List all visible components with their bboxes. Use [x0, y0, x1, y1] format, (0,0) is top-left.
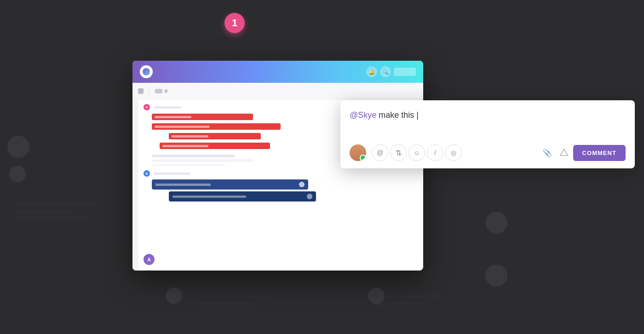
header-right: 🔔 🔍	[366, 66, 416, 77]
blue-task-row-2	[144, 191, 418, 202]
task-bar-red-2	[152, 123, 281, 130]
pink-indicator: P	[144, 104, 150, 110]
header-bar	[394, 68, 416, 76]
mention-tag: @Skye	[350, 110, 376, 120]
blue-bar-1	[152, 179, 308, 190]
priority-icon: ⇅	[396, 149, 402, 157]
comment-submit-button[interactable]: COMMENT	[573, 145, 626, 161]
blue-bar-2	[169, 191, 316, 202]
notification-number-badge: 1	[224, 13, 245, 33]
priority-button[interactable]: ⇅	[390, 144, 407, 161]
badge-number: 1	[232, 17, 237, 29]
task-bar-red-3	[169, 133, 261, 139]
target-icon: ◎	[451, 149, 456, 156]
logo-inner	[143, 68, 150, 75]
blue-indicator: B	[144, 170, 150, 177]
emoji-button[interactable]: ☺	[408, 144, 425, 161]
at-icon: @	[377, 149, 383, 156]
comment-text-area[interactable]: @Skye make this |	[350, 109, 626, 137]
target-button[interactable]: ◎	[445, 144, 462, 161]
task-bar-red-1	[152, 114, 253, 120]
svg-marker-0	[560, 149, 568, 155]
notification-icon: 🔔	[366, 66, 377, 77]
card-toolbar	[132, 83, 423, 99]
slash-button[interactable]: /	[427, 144, 443, 161]
drive-button[interactable]	[557, 145, 571, 160]
search-icon: 🔍	[380, 66, 391, 77]
blue-section-header: B	[144, 170, 418, 177]
app-logo	[140, 65, 153, 78]
comment-body-text: make this |	[376, 110, 419, 120]
grid-icon	[138, 88, 144, 94]
card-header: 🔔 🔍	[132, 61, 423, 83]
comment-toolbar: @ ⇅ ☺ / ◎ 📎 COMMENT	[350, 144, 626, 161]
card-bottom-avatar: A	[144, 254, 155, 265]
at-mention-button[interactable]: @	[372, 144, 388, 161]
avatar-face	[350, 144, 366, 161]
blue-task-row-1	[144, 179, 418, 190]
attach-button[interactable]: 📎	[540, 145, 555, 160]
slash-icon: /	[434, 149, 436, 156]
task-bar-red-4	[160, 143, 270, 149]
user-avatar	[350, 144, 366, 161]
card-sidebar	[132, 99, 138, 271]
comment-popup: @Skye make this | @ ⇅ ☺ / ◎ 📎	[340, 100, 635, 168]
drive-icon-svg	[559, 148, 569, 157]
emoji-icon: ☺	[414, 149, 420, 156]
attach-icon-symbol: 📎	[543, 149, 552, 157]
